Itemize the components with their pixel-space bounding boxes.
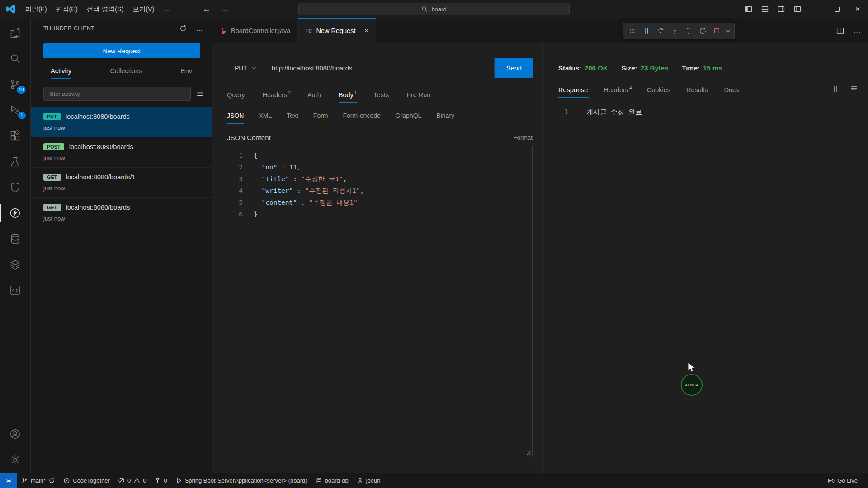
activity-security-extension[interactable] (0, 174, 31, 200)
toolbar-grip-icon[interactable] (626, 24, 640, 38)
list-item[interactable]: GET localhost:8080/boards/1 just now (31, 168, 212, 198)
git-branch-icon (21, 477, 28, 484)
tab-graphql[interactable]: GraphQL (396, 112, 422, 124)
split-editor-icon[interactable] (836, 27, 844, 35)
step-out-icon[interactable] (682, 24, 696, 38)
line-number: 4 (227, 185, 243, 197)
settings-button[interactable] (0, 447, 31, 473)
db-user-status[interactable]: joeun (353, 473, 385, 488)
tab-collections[interactable]: Collections (110, 67, 142, 79)
activity-search[interactable] (0, 46, 31, 71)
menu-edit[interactable]: 편집(E) (52, 3, 82, 15)
step-over-icon[interactable] (654, 24, 668, 38)
sidebar-more-icon[interactable]: … (196, 24, 203, 33)
tab-pre-run[interactable]: Pre Run (406, 90, 431, 103)
menu-file[interactable]: 파일(F) (21, 3, 52, 15)
remote-indicator[interactable]: >< (0, 473, 17, 488)
tab-resp-headers[interactable]: Headers4 (604, 85, 632, 98)
format-button[interactable]: Format (513, 134, 533, 141)
activity-snippets[interactable] (0, 277, 31, 303)
codetogether-icon (63, 477, 70, 484)
customize-layout-icon[interactable] (789, 0, 806, 18)
pause-icon[interactable] (640, 24, 654, 38)
chevron-down-icon[interactable] (724, 24, 732, 38)
activity-run-debug[interactable]: 1 (0, 97, 31, 123)
activity-testing[interactable] (0, 149, 31, 174)
request-url: localhost:8080/boards (69, 143, 133, 150)
code-line: 5 "content" : "수정한 내용1" (227, 197, 532, 208)
editor-more-icon[interactable]: … (853, 26, 861, 35)
database-status[interactable]: board-db (311, 473, 353, 488)
ports-status[interactable]: 0 (150, 473, 171, 488)
tab-binary[interactable]: Binary (436, 112, 454, 124)
tab-body[interactable]: Body1 (339, 90, 357, 103)
filter-menu-icon[interactable] (196, 90, 204, 98)
tab-form[interactable]: Form (313, 112, 328, 124)
tab-auth[interactable]: Auth (307, 90, 322, 103)
activity-layers[interactable] (0, 252, 31, 277)
menu-selection[interactable]: 선택 영역(S) (82, 3, 128, 15)
new-request-button[interactable]: New Request (43, 43, 200, 58)
request-url-input[interactable] (265, 58, 495, 78)
filter-activity-input[interactable] (43, 87, 191, 101)
tab-text[interactable]: Text (287, 112, 298, 124)
tab-form-encode[interactable]: Form-encode (343, 112, 381, 124)
tab-env[interactable]: Env (181, 67, 192, 79)
tab-docs[interactable]: Docs (724, 85, 740, 98)
database-icon (316, 477, 322, 484)
method-select[interactable]: PUT (226, 58, 265, 78)
codetogether-status[interactable]: CodeTogether (59, 473, 114, 488)
back-icon[interactable]: ← (203, 5, 211, 14)
line-number: 6 (227, 208, 243, 220)
json-body-editor[interactable]: 1{ 2 "no" : 11, 3 "title" : "수정한 글1", 4 … (227, 146, 533, 457)
tab-cookies[interactable]: Cookies (647, 85, 671, 98)
go-live-status[interactable]: Go Live (824, 473, 862, 488)
tab-xml[interactable]: XML (259, 112, 272, 124)
maximize-button[interactable] (826, 0, 847, 18)
response-menu-icon[interactable] (850, 84, 858, 92)
tab-json[interactable]: JSON (227, 112, 244, 124)
line-number: 5 (227, 197, 243, 208)
tab-activity[interactable]: Activity (51, 67, 71, 79)
tab-query[interactable]: Query (227, 90, 246, 103)
toggle-secondary-sidebar-icon[interactable] (773, 0, 789, 18)
command-center-search[interactable]: board (298, 3, 570, 15)
menu-more-icon[interactable]: … (159, 3, 175, 15)
step-into-icon[interactable] (668, 24, 682, 38)
activity-explorer[interactable] (0, 20, 31, 46)
list-item[interactable]: GET localhost:8080/boards just now (31, 198, 212, 228)
toggle-panel-icon[interactable] (757, 0, 773, 18)
toggle-sidebar-icon[interactable] (741, 0, 757, 18)
tab-response[interactable]: Response (558, 85, 589, 98)
beaker-icon (9, 155, 21, 168)
activity-database[interactable] (0, 226, 31, 252)
send-button[interactable]: Send (495, 58, 533, 78)
forward-icon[interactable]: → (221, 5, 229, 14)
account-button[interactable] (0, 421, 31, 447)
line-number: 3 (227, 173, 243, 185)
tab-results[interactable]: Results (686, 85, 709, 98)
sidebar-header: THUNDER CLIENT … (31, 18, 212, 39)
search-icon (9, 52, 21, 65)
spring-boot-status[interactable]: Spring Boot-ServerApplication<server> (b… (171, 473, 311, 488)
minimize-button[interactable]: ─ (806, 0, 826, 18)
refresh-icon[interactable] (179, 25, 187, 32)
branch-status[interactable]: main* (17, 473, 59, 488)
list-item[interactable]: PUT localhost:8080/boards just now (31, 107, 212, 137)
close-tab-icon[interactable]: × (364, 27, 368, 35)
activity-thunder-client[interactable] (0, 200, 31, 226)
resize-handle[interactable] (525, 450, 531, 455)
tab-boardcontroller[interactable]: BoardController.java (212, 18, 298, 43)
close-button[interactable]: × (847, 0, 868, 18)
tab-headers[interactable]: Headers2 (263, 90, 291, 103)
tab-tests[interactable]: Tests (373, 90, 390, 103)
menu-view[interactable]: 보기(V) (128, 3, 159, 15)
braces-icon[interactable]: {} (833, 85, 838, 92)
list-item[interactable]: POST localhost:8080/boards just now (31, 137, 212, 168)
activity-extensions[interactable] (0, 123, 31, 149)
restart-icon[interactable] (696, 24, 710, 38)
problems-status[interactable]: 0 0 (114, 473, 150, 488)
stop-icon[interactable] (710, 24, 724, 38)
tab-new-request[interactable]: TC New Request × (298, 18, 376, 43)
activity-source-control[interactable]: 10 (0, 71, 31, 97)
